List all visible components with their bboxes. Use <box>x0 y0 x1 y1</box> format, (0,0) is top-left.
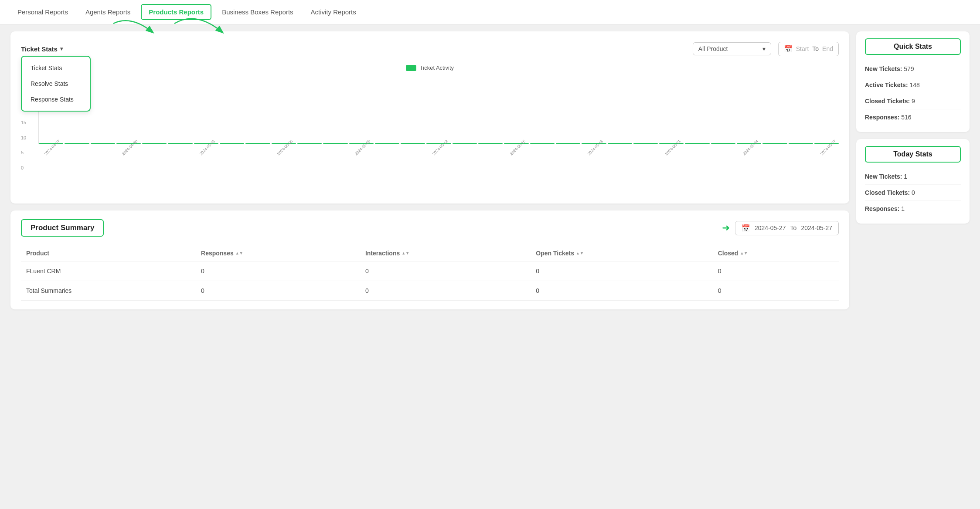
today-stat-row: Closed Tickets: 0 <box>865 185 961 201</box>
col-closed[interactable]: Closed ▲▼ <box>713 245 839 261</box>
cell-responses: 0 <box>196 281 360 301</box>
summary-arrow-icon: ➜ <box>722 222 730 234</box>
table-row: FLuent CRM0000 <box>21 261 839 281</box>
col-responses-sort: Responses ▲▼ <box>201 250 243 257</box>
chart-legend: Ticket Activity <box>21 64 839 71</box>
bar <box>65 143 89 144</box>
quick-stat-row: New Tickets: 579 <box>865 61 961 77</box>
sort-icon-interactions: ▲▼ <box>402 251 409 255</box>
cell-closed: 0 <box>713 261 839 281</box>
legend-color <box>406 65 416 71</box>
today-stats-title: Today Stats <box>865 146 961 163</box>
nav-item-agents[interactable]: Agents Reports <box>78 5 137 19</box>
table-row: Total Summaries0000 <box>21 281 839 301</box>
stat-label: Closed Tickets: <box>865 189 910 196</box>
product-summary-section: Product Summary ➜ 📅 2024-05-27 To 2024-0… <box>10 210 849 309</box>
cell-product: Total Summaries <box>21 281 196 301</box>
col-responses[interactable]: Responses ▲▼ <box>196 245 360 261</box>
table-header-row: Product Responses ▲▼ Interactions ▲▼ <box>21 245 839 261</box>
chart-area: 051015202530 2024-04-272024-04-302024-05… <box>21 75 839 197</box>
cell-responses: 0 <box>196 261 360 281</box>
col-product: Product <box>21 245 196 261</box>
product-select[interactable]: All Product ▾ <box>693 42 771 55</box>
summary-header: Product Summary ➜ 📅 2024-05-27 To 2024-0… <box>21 219 839 237</box>
cell-open_tickets: 0 <box>531 261 712 281</box>
top-navigation: Personal ReportsAgents ReportsProducts R… <box>0 0 980 24</box>
summary-date-range[interactable]: 📅 2024-05-27 To 2024-05-27 <box>735 221 839 235</box>
legend-label: Ticket Activity <box>420 64 454 71</box>
bar-wrap <box>142 143 167 144</box>
summary-date-to[interactable]: 2024-05-27 <box>801 224 832 231</box>
stat-label: Active Tickets: <box>865 81 908 88</box>
calendar-icon[interactable]: 📅 <box>784 45 793 53</box>
ticket-stats-dropdown-btn[interactable]: Ticket Stats ▾ <box>21 45 63 53</box>
cell-closed: 0 <box>713 281 839 301</box>
right-panel: Quick Stats New Tickets: 579Active Ticke… <box>856 31 970 309</box>
stat-label: Responses: <box>865 205 899 212</box>
date-start[interactable]: Start <box>796 45 809 52</box>
col-closed-sort: Closed ▲▼ <box>718 250 748 257</box>
nav-item-personal[interactable]: Personal Reports <box>10 5 75 19</box>
nav-item-products[interactable]: Products Reports <box>141 4 211 20</box>
product-select-label: All Product <box>698 45 728 52</box>
dropdown-item-resolve-stats[interactable]: Resolve Stats <box>22 76 90 92</box>
chart-date-range: 📅 Start To End <box>778 42 839 56</box>
product-summary-table: Product Responses ▲▼ Interactions ▲▼ <box>21 245 839 301</box>
summary-date-from[interactable]: 2024-05-27 <box>755 224 786 231</box>
date-to-label: To <box>812 45 819 52</box>
today-stats-card: Today Stats New Tickets: 1Closed Tickets… <box>856 139 970 224</box>
today-stat-row: Responses: 1 <box>865 201 961 217</box>
col-interactions[interactable]: Interactions ▲▼ <box>360 245 531 261</box>
chart-section: Ticket Stats ▾ Ticket Stats Resolve Stat… <box>10 31 849 204</box>
stat-label: New Tickets: <box>865 65 902 72</box>
summary-date-row: ➜ 📅 2024-05-27 To 2024-05-27 <box>722 221 839 235</box>
col-open-tickets[interactable]: Open Tickets ▲▼ <box>531 245 712 261</box>
bar <box>142 143 167 144</box>
today-stats-body: New Tickets: 1Closed Tickets: 0Responses… <box>865 169 961 217</box>
nav-item-business[interactable]: Business Boxes Reports <box>215 5 300 19</box>
bars-container <box>38 75 839 144</box>
col-open-tickets-sort: Open Tickets ▲▼ <box>536 250 584 257</box>
cell-open_tickets: 0 <box>531 281 712 301</box>
left-panel: Ticket Stats ▾ Ticket Stats Resolve Stat… <box>10 31 849 309</box>
quick-stats-card: Quick Stats New Tickets: 579Active Ticke… <box>856 31 970 132</box>
product-select-chevron: ▾ <box>762 45 766 52</box>
summary-date-to-label: To <box>790 224 797 231</box>
quick-stat-row: Active Tickets: 148 <box>865 77 961 93</box>
summary-calendar-icon[interactable]: 📅 <box>742 224 750 232</box>
quick-stat-row: Closed Tickets: 9 <box>865 93 961 109</box>
quick-stat-row: Responses: 516 <box>865 109 961 125</box>
stat-label: Responses: <box>865 114 899 121</box>
ticket-stats-label: Ticket Stats <box>21 45 58 53</box>
summary-table-body: FLuent CRM0000Total Summaries0000 <box>21 261 839 301</box>
nav-item-activity[interactable]: Activity Reports <box>304 5 363 19</box>
dropdown-item-ticket-stats[interactable]: Ticket Stats <box>22 60 90 76</box>
cell-product: FLuent CRM <box>21 261 196 281</box>
stat-label: New Tickets: <box>865 173 902 180</box>
chart-header: Ticket Stats ▾ Ticket Stats Resolve Stat… <box>21 40 839 58</box>
col-interactions-sort: Interactions ▲▼ <box>365 250 409 257</box>
quick-stats-body: New Tickets: 579Active Tickets: 148Close… <box>865 61 961 125</box>
sort-icon-responses: ▲▼ <box>235 251 243 255</box>
sort-icon-open-tickets: ▲▼ <box>576 251 584 255</box>
today-stat-row: New Tickets: 1 <box>865 169 961 185</box>
bar-wrap <box>65 143 89 144</box>
ticket-stats-dropdown-menu: Ticket Stats Resolve Stats Response Stat… <box>21 56 91 112</box>
dropdown-item-response-stats[interactable]: Response Stats <box>22 92 90 107</box>
sort-icon-closed: ▲▼ <box>740 251 748 255</box>
dropdown-arrow-icon: ▾ <box>60 46 63 52</box>
quick-stats-title: Quick Stats <box>865 38 961 55</box>
date-end[interactable]: End <box>822 45 833 52</box>
product-summary-title: Product Summary <box>21 219 104 237</box>
x-labels: 2024-04-272024-04-302024-05-032024-05-06… <box>38 146 839 150</box>
main-content: Ticket Stats ▾ Ticket Stats Resolve Stat… <box>0 24 980 316</box>
cell-interactions: 0 <box>360 261 531 281</box>
cell-interactions: 0 <box>360 281 531 301</box>
stat-label: Closed Tickets: <box>865 98 910 105</box>
